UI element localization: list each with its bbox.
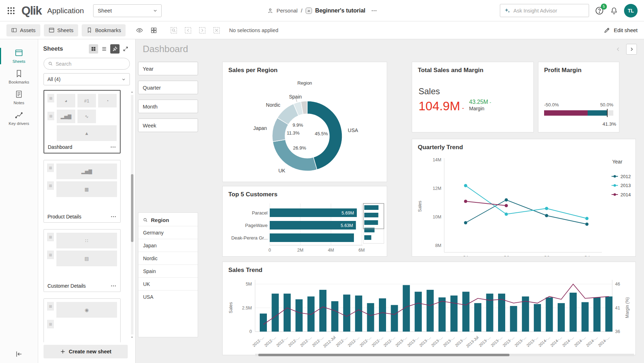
svg-text:Sales: Sales xyxy=(228,302,233,313)
svg-text:8M: 8M xyxy=(435,243,441,248)
create-new-sheet-button[interactable]: Create new sheet xyxy=(44,345,128,358)
rail-item-key-drivers[interactable]: Key drivers xyxy=(0,108,38,128)
thumbnail-chart-icon: ▂▅▇ xyxy=(56,163,117,179)
collapse-rail-icon[interactable] xyxy=(15,350,23,358)
search-icon[interactable] xyxy=(143,217,148,223)
app-icon[interactable] xyxy=(305,7,312,14)
region-listbox-title: Region xyxy=(151,217,169,223)
svg-text:2012-Jul: 2012-Jul xyxy=(322,335,336,348)
sheet-card-product-details[interactable]: ⊞⊞▂▅▇▦Product Details xyxy=(44,160,121,223)
sheets-filter-dropdown[interactable]: All (4) xyxy=(44,73,130,85)
svg-text:USA: USA xyxy=(348,127,358,133)
list-view-icon[interactable] xyxy=(100,44,109,54)
ownership-label[interactable]: Personal xyxy=(277,7,298,14)
next-sheet-icon[interactable] xyxy=(626,44,637,55)
notifications-bell-icon[interactable] xyxy=(610,6,618,15)
selections-forward-icon[interactable] xyxy=(197,25,208,36)
scroll-down-icon[interactable] xyxy=(130,335,134,339)
sheet-thumbnail: ⊞⊞∷▤ xyxy=(44,230,120,280)
app-label: Application xyxy=(47,6,84,15)
region-value-uk[interactable]: UK xyxy=(138,277,198,290)
bookmark-icon xyxy=(86,27,92,33)
hscroll-thumb[interactable] xyxy=(258,354,509,356)
sales-per-region-donut-chart[interactable]: Region45.5%USA26.9%UK11.3%Japan9.9%Nordi… xyxy=(223,76,387,182)
previous-sheet-icon[interactable] xyxy=(613,44,623,54)
insight-advisor-input[interactable] xyxy=(513,8,585,14)
selections-clear-icon[interactable] xyxy=(211,25,222,36)
svg-text:12M: 12M xyxy=(433,186,441,191)
kpi-margin-value: 43.25M- xyxy=(469,99,491,106)
region-listbox-header[interactable]: Region xyxy=(138,213,198,226)
sheet-card-partial[interactable]: ⊞⊞◉ xyxy=(44,298,121,342)
sheet-selector[interactable]: Sheet xyxy=(93,4,162,17)
rail-item-bookmarks[interactable]: Bookmarks xyxy=(0,66,38,87)
svg-text:2012-…: 2012-… xyxy=(264,335,277,348)
show-hide-icon[interactable] xyxy=(134,25,145,36)
rail-item-notes[interactable]: Notes xyxy=(0,87,38,108)
sheet-card-customer-details[interactable]: ⊞⊞∷▤Customer Details xyxy=(44,229,121,292)
region-value-nordic[interactable]: Nordic xyxy=(138,252,198,264)
panel-profit-margin: Profit Margin -50.0%50.0%41.3% xyxy=(538,62,619,132)
region-value-japan[interactable]: Japan xyxy=(138,239,198,252)
thumbnail-filter-icon: ⊞ xyxy=(47,181,54,190)
sheet-card-menu-icon[interactable] xyxy=(110,283,117,289)
sales-trend-combo-chart[interactable]: 02.5M5M364146SalesMargin (%)2012-…2012-…… xyxy=(223,276,635,355)
assets-label: Assets xyxy=(20,27,36,33)
filter-pane-quarter[interactable]: Quarter xyxy=(138,81,198,94)
filter-pane-week[interactable]: Week xyxy=(138,119,198,132)
sheets-search-input[interactable] xyxy=(56,61,126,67)
rail-item-label: Bookmarks xyxy=(9,80,29,84)
top5-customers-bar-chart[interactable]: 02M4M6MParacel5.69MPageWave5.63MDeak-Per… xyxy=(223,200,387,256)
svg-text:Region: Region xyxy=(297,80,312,86)
sheets-panel-scrollbar[interactable] xyxy=(130,90,134,339)
sheet-card-dashboard[interactable]: ⊞⊞◕#1◔▂▅▇∿▲Dashboard xyxy=(44,90,121,153)
sheet-card-menu-icon[interactable] xyxy=(110,213,117,220)
chart-title: Quarterly Trend xyxy=(412,139,635,152)
scroll-thumb[interactable] xyxy=(131,174,133,242)
panel-sales-trend: Sales Trend 02.5M5M364146SalesMargin (%)… xyxy=(222,262,636,355)
sheet-card-menu-icon[interactable] xyxy=(110,144,116,150)
thumbnail-filter-icon: ⊞ xyxy=(47,251,54,259)
svg-text:2M: 2M xyxy=(297,248,303,253)
edit-sheet-label: Edit sheet xyxy=(614,27,638,33)
insight-advisor-search[interactable] xyxy=(500,4,589,17)
grid-view-icon[interactable] xyxy=(89,44,98,54)
svg-text:2012-…: 2012-… xyxy=(299,335,313,348)
region-value-germany[interactable]: Germany xyxy=(138,226,198,239)
profit-margin-gauge[interactable]: -50.0%50.0%41.3% xyxy=(538,89,619,119)
svg-text:2013-…: 2013-… xyxy=(514,335,527,348)
sheets-search[interactable] xyxy=(44,58,130,70)
assets-icon xyxy=(11,27,17,33)
sales-trend-hscrollbar[interactable] xyxy=(255,354,634,356)
help-button[interactable]: 5 xyxy=(595,6,604,15)
selections-search-icon[interactable] xyxy=(168,25,179,36)
bookmarks-button[interactable]: Bookmarks xyxy=(82,24,126,36)
pin-panel-icon[interactable] xyxy=(110,44,120,54)
selections-back-icon[interactable] xyxy=(183,25,193,36)
region-value-usa[interactable]: USA xyxy=(138,290,198,303)
user-avatar[interactable]: TL xyxy=(624,4,638,17)
app-title[interactable]: Beginner's tutorial xyxy=(315,7,365,14)
edit-sheet-button[interactable]: Edit sheet xyxy=(604,27,638,34)
kpi-total-sales[interactable]: Sales 104.9M- 43.25M- Margin xyxy=(412,75,533,117)
expand-panel-icon[interactable] xyxy=(121,44,130,54)
more-options-icon[interactable] xyxy=(371,7,377,14)
svg-text:2013-…: 2013-… xyxy=(406,335,420,348)
svg-text:2013-…: 2013-… xyxy=(478,335,491,348)
left-nav-rail: SheetsBookmarksNotesKey drivers xyxy=(0,39,38,363)
svg-text:11.3%: 11.3% xyxy=(287,130,300,136)
assets-button[interactable]: Assets xyxy=(6,24,40,36)
rail-item-sheets[interactable]: Sheets xyxy=(0,46,38,66)
chevron-down-icon xyxy=(153,8,158,13)
region-value-spain[interactable]: Spain xyxy=(138,264,198,277)
scroll-up-icon[interactable] xyxy=(130,90,134,94)
filter-pane-year[interactable]: Year xyxy=(138,62,198,75)
rail-item-label: Sheets xyxy=(12,59,25,64)
rail-item-label: Notes xyxy=(14,101,24,105)
quarterly-trend-line-chart[interactable]: Sales8M10M12M14MQ1Q2Q3Q4Year201220132014 xyxy=(412,153,635,256)
layout-grid-icon[interactable] xyxy=(148,25,159,36)
chart-title: Sales Trend xyxy=(223,262,635,275)
sheets-button[interactable]: Sheets xyxy=(44,24,78,36)
filter-pane-month[interactable]: Month xyxy=(138,100,198,113)
app-launcher-icon[interactable] xyxy=(6,6,16,15)
